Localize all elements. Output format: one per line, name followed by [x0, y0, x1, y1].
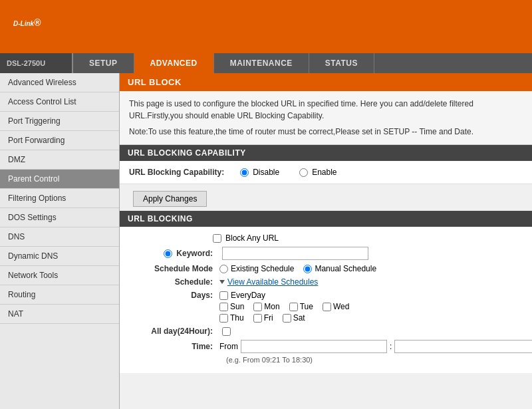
wed-text: Wed	[333, 302, 349, 311]
sidebar: Advanced Wireless Access Control List Po…	[0, 73, 120, 409]
allday-row: All day(24Hour):	[133, 327, 519, 336]
schedule-label: Schedule:	[133, 277, 219, 287]
wed-label[interactable]: Wed	[323, 302, 349, 311]
main-layout: Advanced Wireless Access Control List Po…	[0, 73, 532, 409]
sidebar-item-routing[interactable]: Routing	[0, 285, 119, 305]
everyday-label[interactable]: EveryDay	[219, 291, 265, 300]
sidebar-item-port-triggering[interactable]: Port Triggering	[0, 112, 119, 131]
allday-label: All day(24Hour):	[133, 327, 219, 336]
days-row: Days: EveryDay Sun	[133, 291, 519, 323]
tab-advanced[interactable]: ADVANCED	[134, 53, 214, 73]
view-schedules-link[interactable]: View Available Schedules	[227, 277, 318, 287]
keyword-row: Keyword:	[133, 247, 519, 260]
sat-text: Sat	[293, 313, 305, 323]
schedule-chevron-icon	[219, 280, 225, 284]
thu-label[interactable]: Thu	[219, 313, 244, 323]
sat-label[interactable]: Sat	[283, 313, 305, 323]
tab-setup[interactable]: SETUP	[73, 53, 134, 73]
weekdays-row1: Sun Mon Tue Wed	[219, 302, 349, 311]
capability-section-header: URL BLOCKING CAPABILITY	[120, 145, 532, 161]
thu-text: Thu	[230, 313, 244, 323]
apply-row: Apply Changes	[120, 184, 532, 211]
thu-checkbox[interactable]	[219, 314, 228, 323]
apply-changes-button[interactable]: Apply Changes	[133, 191, 207, 207]
existing-schedule-text: Existing Schedule	[231, 264, 294, 273]
nav-tabs: DSL-2750U SETUP ADVANCED MAINTENANCE STA…	[0, 53, 532, 73]
enable-label: Enable	[312, 168, 336, 177]
time-row: Time: From : To :	[133, 340, 519, 353]
sidebar-item-nat[interactable]: NAT	[0, 305, 119, 324]
days-content: EveryDay Sun Mon	[219, 291, 349, 323]
keyword-radio-label[interactable]: Keyword:	[133, 249, 219, 258]
schedule-mode-label: Schedule Mode	[133, 264, 219, 273]
mon-text: Mon	[264, 302, 279, 311]
tue-text: Tue	[300, 302, 313, 311]
time-hint: (e.g. From 09:21 To 18:30)	[133, 356, 519, 364]
tue-label[interactable]: Tue	[289, 302, 313, 311]
time-from-minutes[interactable]	[394, 340, 532, 353]
info-box: This page is used to configure the block…	[120, 91, 532, 145]
wed-checkbox[interactable]	[323, 303, 331, 311]
everyday-checkbox[interactable]	[219, 291, 228, 300]
manual-schedule-label[interactable]: Manual Schedule	[303, 264, 376, 273]
sidebar-item-advanced-wireless[interactable]: Advanced Wireless	[0, 73, 119, 92]
keyword-label: Keyword:	[176, 249, 213, 258]
weekdays-row2: Thu Fri Sat	[219, 313, 349, 323]
sidebar-item-network-tools[interactable]: Network Tools	[0, 266, 119, 285]
time-inputs: From : To :	[219, 340, 532, 353]
time-from-hours[interactable]	[241, 340, 387, 353]
sidebar-item-dns[interactable]: DNS	[0, 227, 119, 247]
sidebar-item-filtering-options[interactable]: Filtering Options	[0, 189, 119, 208]
dlink-logo: D-Link®	[13, 15, 41, 39]
fri-label[interactable]: Fri	[253, 313, 273, 323]
capability-label: URL Blocking Capability:	[129, 168, 224, 177]
schedule-mode-row: Schedule Mode Existing Schedule Manual S…	[133, 264, 519, 273]
fri-text: Fri	[264, 313, 273, 323]
sun-label[interactable]: Sun	[219, 302, 244, 311]
mon-checkbox[interactable]	[253, 303, 262, 311]
keyword-input[interactable]	[222, 247, 368, 260]
manual-schedule-text: Manual Schedule	[315, 264, 376, 273]
disable-label: Disable	[253, 168, 279, 177]
from-label: From	[219, 342, 238, 351]
block-any-url-label: Block Any URL	[225, 233, 279, 243]
sun-text: Sun	[230, 302, 244, 311]
content-area: URL BLOCK This page is used to configure…	[120, 73, 532, 409]
sidebar-item-dynamic-dns[interactable]: Dynamic DNS	[0, 247, 119, 266]
manual-schedule-radio[interactable]	[303, 265, 312, 273]
colon1: :	[390, 342, 392, 351]
disable-radio[interactable]	[240, 168, 249, 177]
url-blocking-section-header: URL BLOCKING	[120, 211, 532, 227]
time-label: Time:	[133, 342, 219, 351]
tab-maintenance[interactable]: MAINTENANCE	[214, 53, 309, 73]
model-label: DSL-2750U	[0, 53, 73, 73]
url-blocking-content: Block Any URL Keyword: Schedule Mode Exi…	[120, 227, 532, 373]
enable-radio-label[interactable]: Enable	[299, 168, 336, 177]
everyday-text: EveryDay	[231, 291, 265, 300]
existing-schedule-label[interactable]: Existing Schedule	[219, 264, 294, 273]
sidebar-item-dos-settings[interactable]: DOS Settings	[0, 208, 119, 227]
capability-row: URL Blocking Capability: Disable Enable	[120, 161, 532, 184]
block-any-url-row: Block Any URL	[133, 233, 519, 243]
block-any-url-checkbox[interactable]	[213, 234, 221, 243]
sidebar-item-port-forwarding[interactable]: Port Forwarding	[0, 131, 119, 150]
enable-radio[interactable]	[299, 168, 308, 177]
existing-schedule-radio[interactable]	[219, 265, 228, 273]
disable-radio-label[interactable]: Disable	[240, 168, 279, 177]
sidebar-item-access-control-list[interactable]: Access Control List	[0, 92, 119, 112]
sidebar-item-dmz[interactable]: DMZ	[0, 150, 119, 170]
keyword-radio[interactable]	[164, 249, 172, 258]
mon-label[interactable]: Mon	[253, 302, 279, 311]
tab-status[interactable]: STATUS	[309, 53, 374, 73]
sat-checkbox[interactable]	[283, 314, 291, 323]
header: D-Link®	[0, 0, 532, 53]
allday-checkbox[interactable]	[222, 327, 231, 336]
info-line1: This page is used to configure the block…	[129, 98, 523, 122]
url-block-title: URL BLOCK	[120, 73, 532, 91]
sidebar-item-parent-control[interactable]: Parent Control	[0, 170, 119, 189]
tue-checkbox[interactable]	[289, 303, 298, 311]
schedule-row: Schedule: View Available Schedules	[133, 277, 519, 287]
days-label: Days:	[133, 291, 219, 300]
fri-checkbox[interactable]	[253, 314, 262, 323]
sun-checkbox[interactable]	[219, 303, 228, 311]
